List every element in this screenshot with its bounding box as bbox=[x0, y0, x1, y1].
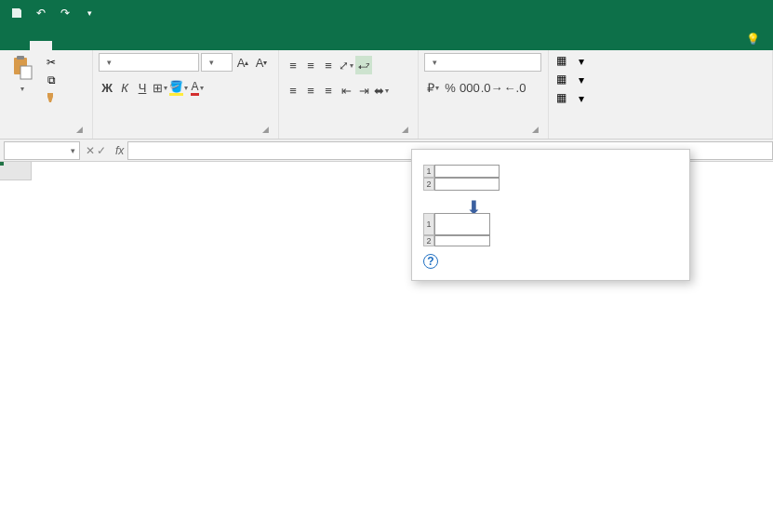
wrap-text-tooltip: 1 2 ⬇ 1 2 ? bbox=[411, 149, 690, 281]
help-icon: ? bbox=[423, 254, 438, 269]
ribbon-tabs: 💡 bbox=[0, 26, 773, 50]
enter-icon[interactable]: ✓ bbox=[97, 144, 106, 157]
tab-formulas[interactable] bbox=[97, 41, 119, 50]
ribbon: ▾ ✂ ⧉ ◢ ▾ ▾ A▴ A▾ Ж К Ч ⊞ 🪣 A bbox=[0, 50, 773, 140]
tooltip-illustration: 1 2 ⬇ 1 2 bbox=[423, 165, 513, 245]
indent-inc-icon[interactable]: ⇥ bbox=[355, 81, 372, 100]
redo-icon[interactable]: ↷ bbox=[56, 4, 74, 22]
chevron-down-icon: ▾ bbox=[71, 146, 75, 155]
number-format-combo[interactable]: ▾ bbox=[424, 53, 541, 72]
percent-icon[interactable]: % bbox=[442, 78, 459, 97]
group-label: ◢ bbox=[6, 134, 87, 139]
font-color-button[interactable]: A bbox=[189, 78, 206, 97]
tab-insert[interactable] bbox=[52, 41, 74, 50]
paste-button[interactable]: ▾ bbox=[6, 53, 39, 95]
paste-icon bbox=[9, 55, 35, 81]
align-middle-icon[interactable]: ≡ bbox=[302, 56, 319, 74]
group-label: ◢ bbox=[99, 134, 273, 139]
cut-icon[interactable]: ✂ bbox=[43, 55, 60, 70]
inc-decimal-icon[interactable]: .0→ bbox=[481, 78, 503, 97]
fill-color-button[interactable]: 🪣 bbox=[169, 78, 188, 97]
group-label: ◢ bbox=[285, 134, 412, 139]
select-all-corner[interactable] bbox=[0, 162, 32, 180]
align-right-icon[interactable]: ≡ bbox=[320, 81, 337, 100]
italic-button[interactable]: К bbox=[116, 78, 133, 97]
group-alignment: ≡ ≡ ≡ ⤢ ⮐ ≡ ≡ ≡ ⇤ ⇥ ⬌ ◢ bbox=[279, 50, 419, 139]
font-name-combo[interactable]: ▾ bbox=[99, 53, 199, 72]
copy-icon[interactable]: ⧉ bbox=[43, 73, 60, 87]
dialog-launcher-icon[interactable]: ◢ bbox=[529, 125, 540, 136]
indent-dec-icon[interactable]: ⇤ bbox=[338, 81, 354, 100]
group-clipboard: ▾ ✂ ⧉ ◢ bbox=[0, 50, 93, 139]
conditional-format-button[interactable]: ▦ ▾ bbox=[554, 53, 586, 70]
merge-button[interactable]: ⬌ bbox=[373, 81, 390, 100]
tell-me[interactable]: 💡 bbox=[737, 28, 773, 50]
align-left-icon[interactable]: ≡ bbox=[285, 81, 301, 100]
format-as-table-button[interactable]: ▦ ▾ bbox=[554, 72, 586, 88]
currency-icon[interactable]: ₽ bbox=[424, 78, 441, 97]
dialog-launcher-icon[interactable]: ◢ bbox=[73, 125, 85, 136]
group-label bbox=[554, 134, 766, 139]
undo-icon[interactable]: ↶ bbox=[32, 4, 50, 22]
grow-font-icon[interactable]: A▴ bbox=[234, 53, 251, 72]
tooltip-text bbox=[522, 165, 678, 245]
cell-styles-button[interactable]: ▦ ▾ bbox=[554, 90, 586, 107]
svg-rect-2 bbox=[20, 66, 32, 79]
font-size-combo[interactable]: ▾ bbox=[201, 53, 233, 72]
wrap-text-button[interactable]: ⮐ bbox=[355, 56, 372, 74]
chevron-down-icon: ▾ bbox=[209, 58, 214, 67]
format-painter-icon[interactable] bbox=[43, 90, 60, 105]
chevron-down-icon: ▾ bbox=[20, 85, 24, 93]
bulb-icon: 💡 bbox=[746, 33, 760, 46]
tab-review[interactable] bbox=[141, 41, 164, 50]
dialog-launcher-icon[interactable]: ◢ bbox=[399, 125, 410, 136]
comma-icon[interactable]: 000 bbox=[460, 78, 480, 97]
cancel-icon[interactable]: ✕ bbox=[86, 144, 95, 157]
align-center-icon[interactable]: ≡ bbox=[302, 81, 319, 100]
tooltip-help-link[interactable]: ? bbox=[423, 254, 678, 269]
tab-layout[interactable] bbox=[74, 41, 97, 50]
group-styles: ▦ ▾ ▦ ▾ ▦ ▾ bbox=[549, 50, 773, 139]
shrink-font-icon[interactable]: A▾ bbox=[253, 53, 270, 72]
tab-home[interactable] bbox=[30, 41, 52, 50]
dec-decimal-icon[interactable]: ←.0 bbox=[504, 78, 526, 97]
save-icon[interactable] bbox=[7, 4, 26, 22]
group-font: ▾ ▾ A▴ A▾ Ж К Ч ⊞ 🪣 A ◢ bbox=[93, 50, 279, 139]
orientation-icon[interactable]: ⤢ bbox=[338, 56, 354, 74]
name-box[interactable]: ▾ bbox=[4, 141, 80, 160]
group-number: ▾ ₽ % 000 .0→ ←.0 ◢ bbox=[419, 50, 549, 139]
quick-access: ↶ ↷ ▾ bbox=[0, 4, 106, 22]
qat-customize-icon[interactable]: ▾ bbox=[80, 4, 99, 22]
underline-button[interactable]: Ч bbox=[134, 78, 151, 97]
fx-icon[interactable]: fx bbox=[112, 144, 127, 157]
cell-styles-icon: ▦ bbox=[556, 91, 571, 106]
border-button[interactable]: ⊞ bbox=[152, 78, 168, 97]
align-bottom-icon[interactable]: ≡ bbox=[320, 56, 337, 74]
title-bar: ↶ ↷ ▾ bbox=[0, 0, 773, 26]
tab-file[interactable] bbox=[7, 41, 30, 50]
tab-data[interactable] bbox=[119, 41, 141, 50]
align-top-icon[interactable]: ≡ bbox=[285, 56, 301, 74]
tab-view[interactable] bbox=[164, 41, 186, 50]
dialog-launcher-icon[interactable]: ◢ bbox=[260, 125, 271, 136]
chevron-down-icon: ▾ bbox=[433, 58, 437, 67]
group-label: ◢ bbox=[424, 134, 542, 139]
chevron-down-icon: ▾ bbox=[107, 58, 112, 67]
svg-rect-1 bbox=[17, 56, 24, 60]
table-icon: ▦ bbox=[556, 73, 571, 87]
cond-format-icon: ▦ bbox=[556, 54, 571, 69]
bold-button[interactable]: Ж bbox=[99, 78, 115, 97]
